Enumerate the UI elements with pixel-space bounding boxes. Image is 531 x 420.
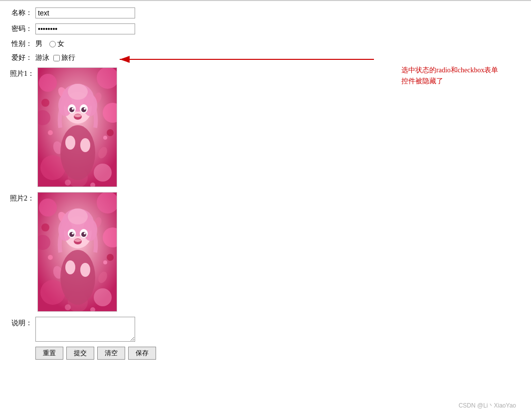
svg-point-63 bbox=[74, 239, 81, 242]
photo2-row: 照片2： bbox=[10, 192, 521, 312]
svg-point-29 bbox=[65, 136, 75, 150]
svg-point-44 bbox=[94, 288, 112, 306]
gender-row: 性别： 男 女 bbox=[10, 39, 521, 48]
description-textarea[interactable] bbox=[35, 317, 135, 342]
name-label: 名称： bbox=[10, 8, 32, 17]
clear-button[interactable]: 清空 bbox=[97, 347, 125, 360]
svg-point-9 bbox=[94, 164, 112, 182]
submit-button[interactable]: 提交 bbox=[66, 347, 94, 360]
description-row: 说明： bbox=[10, 317, 521, 342]
svg-point-68 bbox=[65, 304, 71, 310]
svg-point-71 bbox=[107, 254, 114, 261]
footer: CSDN @Li丶XiaoYao bbox=[459, 402, 516, 410]
svg-point-30 bbox=[80, 138, 90, 152]
photo1-image bbox=[37, 67, 117, 187]
svg-point-55 bbox=[68, 209, 88, 224]
svg-point-26 bbox=[84, 108, 86, 110]
svg-point-66 bbox=[48, 255, 53, 260]
annotation-box: 选中状态的radio和checkbox表单控件被隐藏了 bbox=[401, 65, 501, 87]
svg-point-58 bbox=[69, 232, 74, 237]
photo2-image bbox=[37, 192, 117, 312]
svg-point-20 bbox=[68, 84, 88, 100]
svg-point-60 bbox=[72, 232, 74, 234]
gender-options: 男 女 bbox=[35, 39, 67, 48]
annotation-text: 选中状态的radio和checkbox表单控件被隐藏了 bbox=[401, 66, 498, 85]
svg-point-28 bbox=[74, 114, 81, 117]
svg-point-32 bbox=[103, 136, 107, 140]
password-input[interactable] bbox=[35, 23, 135, 34]
save-button[interactable]: 保存 bbox=[128, 347, 156, 360]
hobby-swim-label: 游泳 bbox=[35, 53, 49, 62]
svg-point-25 bbox=[72, 108, 74, 110]
svg-point-64 bbox=[65, 260, 75, 274]
svg-point-31 bbox=[48, 130, 53, 135]
name-row: 名称： bbox=[10, 7, 521, 18]
svg-point-70 bbox=[41, 223, 49, 231]
photo1-label: 照片1： bbox=[10, 67, 34, 78]
svg-point-36 bbox=[107, 129, 114, 136]
hobby-travel-label: 旅行 bbox=[61, 53, 75, 62]
svg-point-61 bbox=[84, 232, 86, 234]
arrow-graphic bbox=[115, 49, 374, 69]
svg-point-23 bbox=[69, 107, 74, 112]
svg-point-35 bbox=[41, 99, 49, 107]
gender-male-label: 男 bbox=[35, 39, 42, 48]
svg-point-50 bbox=[60, 250, 95, 305]
password-label: 密码： bbox=[10, 24, 32, 33]
photo2-label: 照片2： bbox=[10, 192, 34, 203]
svg-point-24 bbox=[81, 107, 86, 112]
gender-female-radio[interactable] bbox=[49, 41, 56, 47]
gender-label: 性别： bbox=[10, 39, 32, 48]
button-row: 重置 提交 清空 保存 bbox=[35, 347, 521, 360]
password-row: 密码： bbox=[10, 23, 521, 34]
hobby-travel-checkbox[interactable] bbox=[53, 55, 60, 61]
svg-point-67 bbox=[103, 260, 107, 264]
reset-button[interactable]: 重置 bbox=[35, 347, 63, 360]
gender-female-label: 女 bbox=[57, 39, 64, 48]
hobby-label: 爱好： bbox=[10, 53, 32, 62]
svg-point-4 bbox=[39, 74, 57, 92]
svg-point-65 bbox=[80, 263, 90, 277]
description-label: 说明： bbox=[10, 317, 32, 328]
svg-point-59 bbox=[81, 232, 86, 237]
hobby-options: 游泳 旅行 bbox=[35, 53, 75, 62]
svg-point-33 bbox=[65, 180, 71, 186]
name-input[interactable] bbox=[35, 7, 135, 18]
svg-point-39 bbox=[39, 199, 57, 216]
hobby-row: 爱好： 游泳 旅行 bbox=[10, 53, 521, 62]
svg-point-15 bbox=[60, 125, 95, 180]
